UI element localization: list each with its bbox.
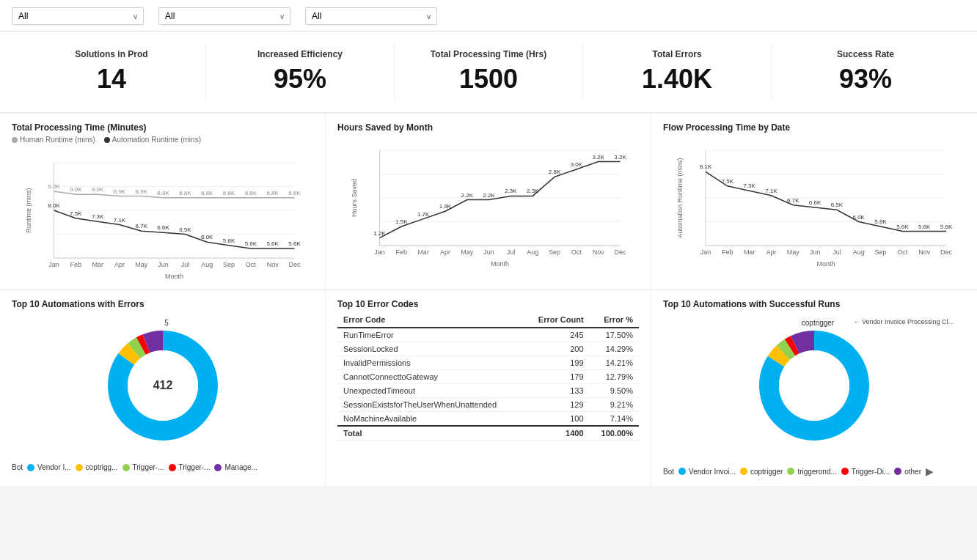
error-total-row: Total 1400 100.00% — [337, 426, 639, 441]
error-pct-3: 12.79% — [590, 370, 639, 384]
errors-legend-item-4: Manage... — [214, 463, 257, 471]
flow-processing-chart: JanFebMarAprMayJunJulAugSepOctNovDecMont… — [663, 136, 965, 268]
svg-text:7.1K: 7.1K — [114, 217, 126, 224]
bot-label: Bot — [12, 463, 23, 471]
svg-text:Feb: Feb — [396, 248, 408, 256]
department-select[interactable]: All — [12, 7, 144, 25]
department-filter-group: All — [12, 6, 144, 25]
svg-text:5.8K: 5.8K — [223, 237, 235, 244]
svg-text:8.8K: 8.8K — [179, 190, 191, 196]
svg-text:9.0K: 9.0K — [92, 186, 104, 193]
kpi-item-3: Total Errors 1.40K — [583, 43, 772, 100]
department-select-wrapper[interactable]: All — [12, 7, 144, 25]
svg-text:5.6K: 5.6K — [940, 224, 953, 230]
error-codes-panel: Top 10 Error Codes Error Code Error Coun… — [326, 290, 651, 486]
svg-text:Apr: Apr — [114, 261, 125, 268]
svg-text:7.1K: 7.1K — [765, 188, 777, 194]
svg-text:8.8K: 8.8K — [266, 190, 279, 196]
svg-text:Jul: Jul — [181, 261, 190, 268]
svg-text:Jun: Jun — [158, 261, 169, 268]
svg-text:Apr: Apr — [766, 248, 776, 256]
bottom-section: Top 10 Automations with Errors 4125 Bot … — [0, 290, 977, 486]
svg-text:8.9K: 8.9K — [136, 188, 148, 195]
svg-text:3.0K: 3.0K — [571, 161, 583, 168]
auto-runtime-dot — [104, 137, 110, 143]
error-row-4: UnexpectedTimeout 133 9.50% — [337, 384, 639, 398]
human-runtime-dot — [12, 137, 18, 143]
svg-text:Oct: Oct — [897, 248, 908, 256]
svg-text:Nov: Nov — [267, 261, 279, 268]
kpi-label-3: Total Errors — [595, 49, 759, 59]
svg-text:8.1K: 8.1K — [700, 163, 712, 170]
svg-text:Month: Month — [491, 260, 509, 268]
svg-text:Jul: Jul — [833, 248, 841, 256]
error-row-2: InvalidPermissions 199 14.21% — [337, 356, 639, 370]
error-pct-5: 9.21% — [590, 398, 639, 412]
total-label: Total — [337, 426, 524, 441]
svg-text:Oct: Oct — [571, 248, 582, 256]
svg-text:8.8K: 8.8K — [288, 190, 301, 196]
errors-legend-item-1: coptrigg... — [76, 463, 118, 471]
error-codes-table-wrapper[interactable]: Error Code Error Count Error % RunTimeEr… — [337, 312, 639, 441]
svg-text:Feb: Feb — [70, 261, 82, 268]
svg-text:1.2K: 1.2K — [373, 230, 386, 237]
svg-text:Feb: Feb — [722, 248, 733, 256]
project-filter-group: All — [158, 6, 290, 25]
svg-text:Jun: Jun — [810, 248, 821, 256]
error-row-3: CannotConnecttoGateway 179 12.79% — [337, 370, 639, 384]
project-select[interactable]: All — [158, 7, 290, 25]
svg-text:May: May — [461, 248, 474, 256]
errors-donut-legend: Bot Vendor I... coptrigg... Trigger-... … — [12, 463, 313, 471]
svg-text:coptrigger: coptrigger — [802, 319, 835, 327]
svg-text:8.8K: 8.8K — [201, 190, 213, 196]
svg-text:Jan: Jan — [374, 248, 385, 256]
error-row-0: RunTimeError 245 17.50% — [337, 328, 639, 342]
kpi-label-1: Increased Efficiency — [218, 49, 382, 59]
svg-text:5.6K: 5.6K — [896, 224, 909, 230]
flow-processing-chart-panel: Flow Processing Time by Date JanFebMarAp… — [651, 114, 977, 290]
kpi-value-0: 14 — [29, 64, 194, 95]
kpi-value-2: 1500 — [406, 64, 571, 95]
errors-donut-title: Top 10 Automations with Errors — [12, 299, 313, 309]
svg-text:Oct: Oct — [246, 261, 257, 268]
svg-text:2.2K: 2.2K — [483, 192, 495, 199]
error-code-2: InvalidPermissions — [337, 356, 524, 370]
svg-text:Apr: Apr — [440, 248, 450, 256]
kpi-value-1: 95% — [218, 64, 382, 95]
svg-text:Dec: Dec — [288, 261, 301, 268]
svg-text:Mar: Mar — [92, 261, 103, 268]
solution-select-wrapper[interactable]: All — [305, 7, 437, 25]
svg-point-114 — [779, 350, 849, 421]
error-count-1: 200 — [524, 342, 589, 356]
svg-text:5.6K: 5.6K — [266, 240, 279, 247]
success-bot-label: Bot — [663, 468, 674, 476]
svg-text:5.6K: 5.6K — [245, 240, 257, 247]
error-row-6: NoMachineAvailable 100 7.14% — [337, 412, 639, 427]
success-legend-item-1: coptrigger — [740, 468, 783, 476]
errors-legend-item-0: Vendor I... — [27, 463, 71, 471]
svg-text:7.5K: 7.5K — [722, 178, 734, 185]
svg-text:Aug: Aug — [201, 261, 213, 268]
svg-text:2.8K: 2.8K — [549, 169, 561, 175]
project-select-wrapper[interactable]: All — [158, 7, 290, 25]
error-count-3: 179 — [524, 370, 589, 384]
total-processing-chart: JanFebMarAprMayJunJulAugSepOctNovDecMont… — [12, 148, 313, 280]
svg-text:6.7K: 6.7K — [787, 197, 799, 204]
svg-text:8.9K: 8.9K — [114, 188, 126, 195]
success-nav-arrow[interactable]: ▶ — [926, 465, 934, 477]
svg-text:3.2K: 3.2K — [592, 154, 604, 161]
col-error-code: Error Code — [337, 312, 524, 328]
error-row-5: SessionExistsforTheUserWhenUnattended 12… — [337, 398, 639, 412]
error-count-4: 133 — [524, 384, 589, 398]
svg-text:6.6K: 6.6K — [157, 224, 169, 231]
svg-text:412: 412 — [153, 379, 172, 391]
svg-text:8.8K: 8.8K — [245, 190, 257, 196]
dashboard: All All All Solutions in Prod 14 — [0, 0, 977, 560]
svg-text:7.5K: 7.5K — [70, 210, 82, 217]
error-code-3: CannotConnecttoGateway — [337, 370, 524, 384]
svg-text:6.6K: 6.6K — [809, 199, 822, 206]
svg-text:9.2K: 9.2K — [48, 183, 60, 190]
kpi-label-4: Success Rate — [783, 49, 948, 59]
solution-select[interactable]: All — [305, 7, 437, 25]
svg-text:Aug: Aug — [527, 248, 538, 256]
